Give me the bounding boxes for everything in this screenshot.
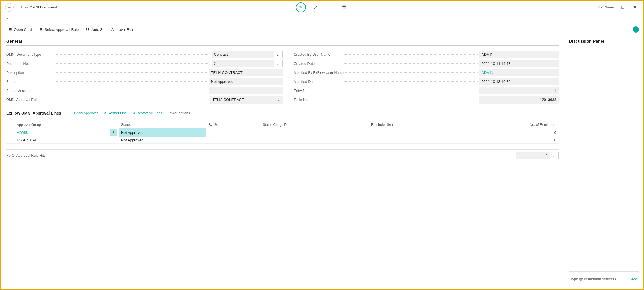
- add-button[interactable]: +: [326, 3, 334, 12]
- approval-lines-table: Approver Group Status By User Status Cha…: [6, 122, 559, 144]
- created-by-user-name-row: Created By User Name: [294, 50, 559, 59]
- status-value: [209, 78, 283, 85]
- restart-all-lines-button[interactable]: ↺ Restart All Lines: [130, 110, 165, 116]
- nav-title: ExFlow OMNI Document: [16, 5, 57, 9]
- table-header-row: Approver Group Status By User Status Cha…: [6, 122, 559, 128]
- no-of-approval-rule-hits-input[interactable]: [516, 152, 550, 159]
- document-no-ellipsis[interactable]: …: [275, 60, 283, 67]
- delete-button[interactable]: 🗑: [340, 3, 348, 12]
- share-icon: ↗: [314, 4, 318, 10]
- modified-date-input[interactable]: [479, 78, 559, 85]
- add-approver-button[interactable]: + Add Approver: [71, 110, 101, 116]
- created-date-label: Created Date: [294, 62, 342, 66]
- discussion-input-area: Send: [569, 271, 639, 283]
- status-message-value: [209, 87, 283, 94]
- document-no-value: …: [212, 60, 283, 67]
- created-by-user-name-value: [479, 51, 559, 58]
- main-layout: General OMNI Document Type … Document No…: [1, 34, 643, 287]
- col-status: Status: [119, 122, 206, 128]
- row2-arrow: [6, 137, 14, 144]
- col-no-of-reminders: No. of Reminders: [457, 122, 559, 128]
- description-label: Description: [6, 71, 54, 75]
- entry-no-label: Entry No.: [294, 89, 342, 93]
- open-card-button[interactable]: ☷ Open Card: [5, 26, 35, 33]
- auto-rule-icon: ☷: [85, 27, 90, 32]
- created-by-user-name-input[interactable]: [479, 51, 559, 58]
- omni-approval-rule-row: OMNI Approval Rule ⌄: [6, 95, 283, 104]
- expand-icon: □: [621, 5, 624, 10]
- created-date-input[interactable]: [479, 60, 559, 67]
- modified-by-exflow-user-label: Modified By ExFlow User Name: [294, 71, 344, 75]
- select-rule-icon: ☷: [39, 27, 43, 32]
- omni-document-type-label: OMNI Document Type: [6, 53, 54, 57]
- edit-button[interactable]: ✎: [296, 2, 306, 12]
- select-approval-rule-button[interactable]: ☷ Select Approval Rule: [36, 26, 82, 33]
- col-arrow: [6, 122, 14, 128]
- omni-document-type-row: OMNI Document Type …: [6, 50, 283, 59]
- modified-by-exflow-user-value: [479, 69, 559, 76]
- no-of-approval-rule-hits-label: No Of Approval Rule Hits: [6, 154, 63, 158]
- mention-input[interactable]: [569, 275, 626, 283]
- omni-approval-rule-wrap: ⌄: [210, 96, 283, 104]
- omni-document-type-ellipsis[interactable]: …: [275, 51, 283, 58]
- row1-approver-group: ADMIN: [14, 128, 108, 137]
- row2-no-of-reminders: 0: [457, 137, 559, 144]
- status-label: Status: [6, 80, 54, 84]
- row1-approver-group-link[interactable]: ADMIN: [17, 130, 29, 135]
- discussion-input-row: Send: [569, 275, 639, 283]
- auto-select-approval-rule-button[interactable]: ☷ Auto Select Approval Rule: [83, 26, 137, 33]
- send-button[interactable]: Send: [628, 276, 639, 282]
- row1-status: Not Approved: [119, 128, 206, 137]
- discussion-panel-title: Discussion Panel: [569, 39, 639, 44]
- row1-context-menu-button[interactable]: ⋮: [110, 129, 117, 136]
- back-button[interactable]: ←: [5, 3, 14, 12]
- modified-by-exflow-user-row: Modified By ExFlow User Name: [294, 68, 559, 77]
- modified-date-label: Modified Date: [294, 80, 342, 84]
- table-no-row: Table No.: [294, 95, 559, 104]
- checkmark-icon: ✓: [597, 5, 600, 9]
- status-message-input[interactable]: [209, 87, 283, 94]
- row2-status: Not Approved: [119, 137, 206, 144]
- edit-icon: ✎: [299, 5, 303, 10]
- modified-by-exflow-user-input[interactable]: [479, 69, 559, 76]
- omni-document-type-input[interactable]: [212, 51, 274, 58]
- info-button[interactable]: i: [633, 26, 639, 33]
- col-dots: [108, 122, 119, 128]
- table-no-input[interactable]: [479, 96, 559, 104]
- row1-arrow: →: [6, 128, 14, 137]
- omni-approval-rule-label: OMNI Approval Rule: [6, 98, 54, 102]
- col-status-change-date: Status Chage Date: [260, 122, 369, 128]
- content-area: General OMNI Document Type … Document No…: [1, 34, 564, 287]
- form-grid: OMNI Document Type … Document No. …: [6, 50, 559, 104]
- row1-dots: ⋮: [108, 128, 119, 137]
- approval-lines-header: ExFlow OMNI Approval Lines + Add Approve…: [6, 110, 559, 118]
- nav-right: ✓ ✓ Saved □ ✖: [597, 3, 639, 12]
- approval-lines-section: ExFlow OMNI Approval Lines + Add Approve…: [6, 110, 559, 159]
- fullscreen-button[interactable]: ✖: [630, 3, 639, 12]
- description-input[interactable]: [209, 69, 283, 76]
- footer-ellipsis-button[interactable]: …: [551, 152, 559, 159]
- entry-no-row: Entry No.: [294, 86, 559, 95]
- table-no-value: [479, 96, 559, 104]
- open-card-icon: ☷: [8, 27, 12, 32]
- description-row: Description: [6, 68, 283, 77]
- row2-approver-group: ESSENTIAL: [14, 137, 108, 144]
- fewer-options-button[interactable]: Fewer options: [165, 110, 193, 116]
- omni-approval-rule-dropdown[interactable]: ⌄: [275, 96, 283, 104]
- page-number: 1: [1, 14, 643, 25]
- status-input[interactable]: [209, 78, 283, 85]
- entry-no-input[interactable]: [479, 87, 559, 94]
- back-icon: ←: [7, 5, 12, 10]
- omni-approval-rule-value: ⌄: [210, 96, 283, 104]
- row2-reminder-sent: [369, 137, 457, 144]
- share-button[interactable]: ↗: [312, 3, 320, 12]
- status-message-row: Status Message: [6, 86, 283, 95]
- description-value: [209, 69, 283, 76]
- document-no-input[interactable]: [212, 60, 274, 67]
- top-nav: ← ExFlow OMNI Document ✎ ↗ + 🗑 ✓ ✓ Saved…: [1, 1, 643, 14]
- approval-lines-title: ExFlow OMNI Approval Lines: [6, 111, 66, 115]
- discussion-messages: [569, 47, 639, 271]
- restart-line-button[interactable]: ↺ Restart Line: [101, 110, 130, 116]
- expand-button[interactable]: □: [619, 3, 627, 12]
- omni-approval-rule-input[interactable]: [210, 96, 283, 104]
